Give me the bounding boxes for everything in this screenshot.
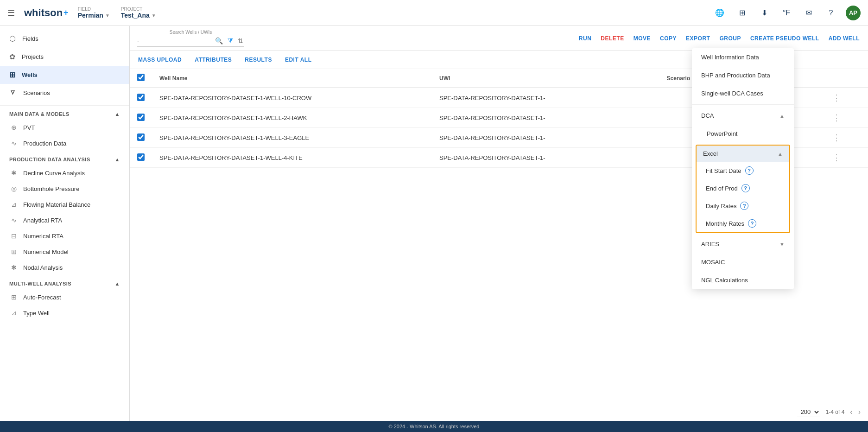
end-of-prod-item[interactable]: End of Prod ? [697,179,789,197]
main-data-title: Main Data & Models [9,111,70,117]
row-menu-button[interactable]: ⋮ [830,152,843,163]
row-menu-button[interactable]: ⋮ [830,93,843,103]
row-menu-button[interactable]: ⋮ [830,133,843,143]
single-well-dca-item[interactable]: Single-well DCA Cases [692,84,794,102]
move-button[interactable]: MOVE [633,33,652,44]
sidebar-item-numerical-rta[interactable]: ⊟ Numerical RTA [0,228,129,244]
dca-section-label: DCA [701,112,714,119]
monthly-rates-help-icon[interactable]: ? [748,219,756,228]
filter-icon-btn[interactable]: ⧩ [227,36,234,45]
sidebar-item-nodal[interactable]: ✱ Nodal Analysis [0,260,129,275]
mosaic-label: MOSAIC [701,259,725,266]
content-area: Search Wells / UWIs 🔍 ⧩ ⇅ RUN DELETE MOV… [130,26,868,421]
dca-section-header[interactable]: DCA ▲ [692,107,794,125]
sidebar-item-scenarios[interactable]: ⛛ Scenarios [0,84,129,102]
header-icons: 🌐 ⊞ ⬇ °F ✉ ? AP [712,6,861,20]
main-data-collapse-icon[interactable]: ▲ [115,111,120,117]
globe-icon[interactable]: 🌐 [712,6,727,20]
run-button[interactable]: RUN [578,33,593,44]
row-checkbox[interactable] [137,133,145,141]
search-icon-btn[interactable]: 🔍 [214,36,224,45]
row-checkbox[interactable] [137,153,145,161]
sidebar-item-production-data[interactable]: ∿ Production Data [0,135,129,151]
add-well-button[interactable]: ADD WELL [828,33,861,44]
field-selector[interactable]: Field Permian ▼ [78,6,110,19]
create-pseudo-well-button[interactable]: CREATE PSEUDO WELL [749,33,820,44]
sidebar-item-bottomhole[interactable]: ◎ Bottomhole Pressure [0,181,129,197]
row-menu-cell: ⋮ [823,108,868,128]
monthly-rates-item[interactable]: Monthly Rates ? [697,215,789,232]
mosaic-item[interactable]: MOSAIC [692,253,794,271]
user-avatar[interactable]: AP [846,6,861,20]
project-value[interactable]: Test_Ana ▼ [121,12,156,19]
mass-upload-button[interactable]: MASS UPLOAD [137,55,183,65]
sidebar-item-analytical-rta[interactable]: ∿ Analytical RTA [0,212,129,228]
row-menu-button[interactable]: ⋮ [830,113,843,123]
page-size-select[interactable]: 200 50 100 [797,407,820,417]
results-button[interactable]: RESULTS [244,55,273,65]
well-info-data-item[interactable]: Well Information Data [692,48,794,66]
search-input-wrap: 🔍 ⧩ ⇅ [137,36,244,47]
sidebar-item-fields[interactable]: ⬡ Fields [0,30,129,48]
sidebar-item-type-well[interactable]: ⊿ Type Well [0,305,129,321]
production-analysis-collapse-icon[interactable]: ▲ [115,157,120,162]
sort-icon-btn[interactable]: ⇅ [237,36,244,45]
prev-page-button[interactable]: ‹ [850,408,852,416]
row-checkbox-cell [130,148,152,168]
project-selector[interactable]: Project Test_Ana ▼ [121,6,156,19]
excel-header[interactable]: Excel ▲ [697,146,789,162]
row-checkbox[interactable] [137,114,145,121]
group-button[interactable]: GROUP [718,33,742,44]
field-value[interactable]: Permian ▼ [78,12,110,19]
menu-icon[interactable]: ☰ [7,8,15,18]
daily-rates-item[interactable]: Daily Rates ? [697,197,789,215]
project-chevron-icon: ▼ [152,13,156,18]
copy-button[interactable]: COPY [659,33,678,44]
logo-plus: + [63,8,69,18]
download-icon[interactable]: ⬇ [757,6,772,20]
end-of-prod-help-icon[interactable]: ? [741,184,750,192]
sidebar-item-projects[interactable]: ✿ Projects [0,48,129,66]
fit-start-date-help-icon[interactable]: ? [745,166,754,175]
end-of-prod-label: End of Prod [706,185,738,192]
aries-item[interactable]: ARIES ▼ [692,235,794,253]
export-button[interactable]: EXPORT [685,33,711,44]
message-icon[interactable]: ✉ [801,6,816,20]
edit-all-button[interactable]: EDIT ALL [284,55,313,65]
sidebar-item-wells[interactable]: ⊞ Wells [0,66,129,84]
production-data-icon: ∿ [11,140,17,147]
bhp-production-item[interactable]: BHP and Production Data [692,66,794,84]
single-well-label: Single-well DCA Cases [701,90,763,97]
sidebar-item-dca[interactable]: ✱ Decline Curve Analysis [0,165,129,181]
row-checkbox[interactable] [137,94,145,101]
fmb-label: Flowing Material Balance [23,201,90,208]
next-page-button[interactable]: › [858,408,861,416]
help-icon[interactable]: ? [824,6,838,20]
select-all-checkbox[interactable] [137,74,145,81]
sidebar-item-auto-forecast[interactable]: ⊞ Auto-Forecast [0,289,129,305]
analytical-rta-label: Analytical RTA [23,217,62,224]
project-name: Test_Ana [121,12,150,19]
well-info-label: Well Information Data [701,54,759,61]
dropdown-divider-1 [692,104,794,105]
temperature-icon[interactable]: °F [779,6,794,20]
excel-chevron-icon: ▲ [778,151,783,157]
sidebar-item-numerical-model[interactable]: ⊞ Numerical Model [0,244,129,260]
multi-well-collapse-icon[interactable]: ▲ [115,281,120,286]
sidebar-item-pvt[interactable]: ⊕ PVT [0,120,129,135]
dca-label: Decline Curve Analysis [23,170,85,177]
grid-icon[interactable]: ⊞ [735,6,749,20]
fit-start-date-item[interactable]: Fit Start Date ? [697,162,789,179]
search-input[interactable] [137,37,211,44]
sidebar-item-fmb[interactable]: ⊿ Flowing Material Balance [0,197,129,212]
search-label: Search Wells / UWIs [170,30,212,35]
table-footer: 200 50 100 1-4 of 4 ‹ › [130,403,868,421]
multi-well-section: Multi-Well Analysis ▲ ⊞ Auto-Forecast ⊿ … [0,275,129,321]
powerpoint-item[interactable]: PowerPoint [692,125,794,143]
delete-button[interactable]: DELETE [600,33,625,44]
attributes-button[interactable]: ATTRIBUTES [194,55,233,65]
ngl-calculations-item[interactable]: NGL Calculations [692,271,794,289]
field-name: Permian [78,12,103,19]
daily-rates-help-icon[interactable]: ? [740,202,748,210]
row-checkbox-cell [130,128,152,148]
